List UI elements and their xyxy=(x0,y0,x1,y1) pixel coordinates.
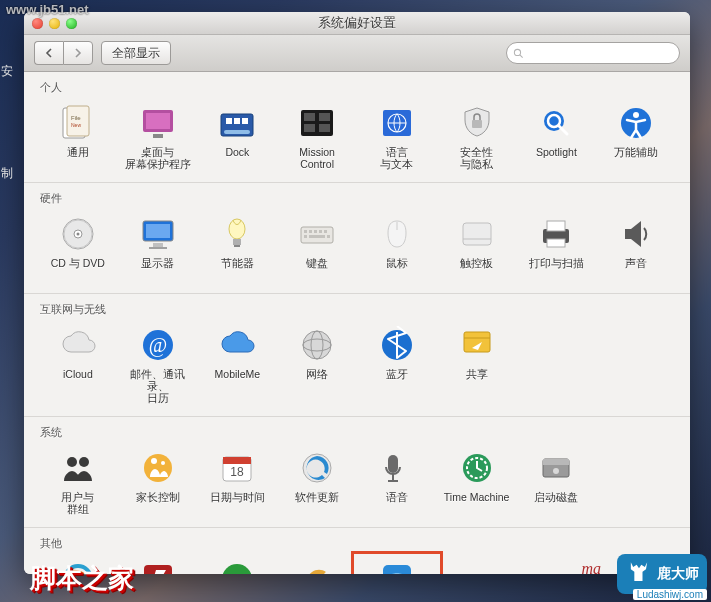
pref-trackpad[interactable]: 触控板 xyxy=(437,210,517,283)
pref-cddvd[interactable]: CD 与 DVD xyxy=(38,210,118,283)
pref-displays[interactable]: 显示器 xyxy=(118,210,198,283)
energy-icon xyxy=(217,214,257,254)
pref-users[interactable]: 用户与群组 xyxy=(38,444,118,517)
pref-label-general: 通用 xyxy=(67,146,89,170)
pref-growl[interactable]: Growl xyxy=(277,555,357,574)
pref-label-mail: 邮件、通讯录、日历 xyxy=(120,368,196,404)
pref-network[interactable]: 网络 xyxy=(277,321,357,406)
grid-personal: 通用桌面与屏幕保护程序DockMissionControl语言与文本安全性与隐私… xyxy=(38,99,676,172)
grid-system: 用户与群组家长控制日期与时间软件更新语音Time Machine启动磁盘 xyxy=(38,444,676,517)
pref-label-speech: 语音 xyxy=(386,491,408,515)
search-field[interactable] xyxy=(506,42,680,64)
mail-icon xyxy=(138,325,178,365)
chevron-right-icon xyxy=(73,48,83,58)
pref-label-sound: 声音 xyxy=(625,257,647,281)
pref-security[interactable]: 安全性与隐私 xyxy=(437,99,517,172)
parental-icon xyxy=(138,448,178,488)
pref-desktop[interactable]: 桌面与屏幕保护程序 xyxy=(118,99,198,172)
pref-label-swupdate: 软件更新 xyxy=(295,491,339,515)
pref-label-timemachine: Time Machine xyxy=(444,491,510,515)
background-text-strip: 安 制 xyxy=(0,60,14,184)
watermark-badge: 鹿大师 xyxy=(617,554,707,594)
sharing-icon xyxy=(457,325,497,365)
pref-label-mission: MissionControl xyxy=(299,146,335,170)
pref-parental[interactable]: 家长控制 xyxy=(118,444,198,517)
pref-mission[interactable]: MissionControl xyxy=(277,99,357,172)
watermark-badge-url: Ludashiwj.com xyxy=(633,589,707,600)
mission-icon xyxy=(297,103,337,143)
grid-internet: iCloud邮件、通讯录、日历MobileMe网络蓝牙共享 xyxy=(38,321,676,406)
pref-language[interactable]: 语言与文本 xyxy=(357,99,437,172)
trackpad-icon xyxy=(457,214,497,254)
pref-flip4mac[interactable]: Flip4MacWMV xyxy=(198,555,278,574)
pref-dock[interactable]: Dock xyxy=(198,99,278,172)
users-icon xyxy=(58,448,98,488)
pref-mouse[interactable]: 鼠标 xyxy=(357,210,437,283)
timemachine-icon xyxy=(457,448,497,488)
grid-hardware: CD 与 DVD显示器节能器键盘鼠标触控板打印与扫描声音 xyxy=(38,210,676,283)
pref-mobileme[interactable]: MobileMe xyxy=(198,321,278,406)
watermark-bottom-right-text: ma xyxy=(581,560,601,578)
flash-icon xyxy=(138,559,178,574)
pref-label-network: 网络 xyxy=(306,368,328,392)
pref-label-keyboard: 键盘 xyxy=(306,257,328,281)
disc-icon xyxy=(58,214,98,254)
preferences-body: 个人通用桌面与屏幕保护程序DockMissionControl语言与文本安全性与… xyxy=(24,72,690,574)
pref-keyboard[interactable]: 键盘 xyxy=(277,210,357,283)
forward-button[interactable] xyxy=(63,41,93,65)
pref-sharing[interactable]: 共享 xyxy=(437,321,517,406)
window-title: 系统偏好设置 xyxy=(24,14,690,32)
pref-label-print: 打印与扫描 xyxy=(529,257,584,281)
toolbar: 全部显示 xyxy=(24,35,690,72)
section-hardware: 硬件CD 与 DVD显示器节能器键盘鼠标触控板打印与扫描声音 xyxy=(24,182,690,293)
display-icon xyxy=(138,214,178,254)
pref-ntfs[interactable]: NTFS forMac OS X xyxy=(357,555,437,574)
pref-energy[interactable]: 节能器 xyxy=(198,210,278,283)
pref-sound[interactable]: 声音 xyxy=(596,210,676,283)
show-all-button[interactable]: 全部显示 xyxy=(101,41,171,65)
pref-label-energy: 节能器 xyxy=(221,257,254,281)
pref-mail[interactable]: 邮件、通讯录、日历 xyxy=(118,321,198,406)
watermark-bottom-left: 脚本之家 xyxy=(30,561,134,596)
pref-label-displays: 显示器 xyxy=(141,257,174,281)
search-input[interactable] xyxy=(528,46,673,60)
pref-icloud[interactable]: iCloud xyxy=(38,321,118,406)
startup-icon xyxy=(536,448,576,488)
pref-datetime[interactable]: 日期与时间 xyxy=(198,444,278,517)
svg-line-1 xyxy=(520,54,523,57)
pref-label-cddvd: CD 与 DVD xyxy=(51,257,105,281)
pref-startup[interactable]: 启动磁盘 xyxy=(517,444,597,517)
swupdate-icon xyxy=(297,448,337,488)
security-icon xyxy=(457,103,497,143)
section-label-hardware: 硬件 xyxy=(40,191,676,206)
pref-general[interactable]: 通用 xyxy=(38,99,118,172)
pref-label-mouse: 鼠标 xyxy=(386,257,408,281)
speech-icon xyxy=(377,448,417,488)
section-system: 系统用户与群组家长控制日期与时间软件更新语音Time Machine启动磁盘 xyxy=(24,416,690,527)
titlebar[interactable]: 系统偏好设置 xyxy=(24,12,690,35)
pref-label-language: 语言与文本 xyxy=(380,146,413,170)
pref-label-parental: 家长控制 xyxy=(136,491,180,515)
search-icon xyxy=(513,48,524,59)
pref-label-users: 用户与群组 xyxy=(61,491,94,515)
chevron-left-icon xyxy=(44,48,54,58)
pref-swupdate[interactable]: 软件更新 xyxy=(277,444,357,517)
pref-spotlight[interactable]: Spotlight xyxy=(517,99,597,172)
pref-label-icloud: iCloud xyxy=(63,368,93,392)
pref-label-sharing: 共享 xyxy=(466,368,488,392)
pref-accessibility[interactable]: 万能辅助 xyxy=(596,99,676,172)
section-personal: 个人通用桌面与屏幕保护程序DockMissionControl语言与文本安全性与… xyxy=(24,72,690,182)
growl-icon xyxy=(297,559,337,574)
pref-timemachine[interactable]: Time Machine xyxy=(437,444,517,517)
nav-segment xyxy=(34,41,93,65)
pref-label-mobileme: MobileMe xyxy=(215,368,261,392)
pref-print[interactable]: 打印与扫描 xyxy=(517,210,597,283)
pref-label-accessibility: 万能辅助 xyxy=(614,146,658,170)
pref-bluetooth[interactable]: 蓝牙 xyxy=(357,321,437,406)
keyboard-icon xyxy=(297,214,337,254)
svg-point-0 xyxy=(514,49,520,55)
accessibility-icon xyxy=(616,103,656,143)
section-label-other: 其他 xyxy=(40,536,676,551)
back-button[interactable] xyxy=(34,41,63,65)
pref-speech[interactable]: 语音 xyxy=(357,444,437,517)
